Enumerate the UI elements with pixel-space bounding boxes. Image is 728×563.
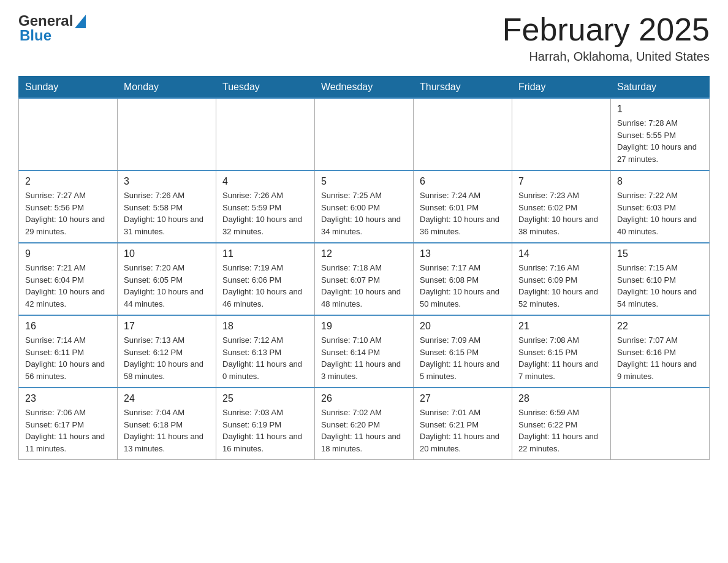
header-thursday: Thursday [414,77,512,99]
day-number: 4 [222,176,308,187]
day-info: Sunrise: 7:27 AMSunset: 5:56 PMDaylight:… [25,190,111,237]
table-row: 21Sunrise: 7:08 AMSunset: 6:15 PMDayligh… [512,315,611,388]
day-number: 9 [25,248,111,259]
day-info: Sunrise: 7:28 AMSunset: 5:55 PMDaylight:… [617,117,703,165]
day-info: Sunrise: 7:22 AMSunset: 6:03 PMDaylight:… [617,190,703,237]
table-row: 26Sunrise: 7:02 AMSunset: 6:20 PMDayligh… [315,388,414,460]
table-row [512,98,611,170]
day-info: Sunrise: 7:26 AMSunset: 5:58 PMDaylight:… [124,190,210,237]
day-number: 7 [518,176,604,187]
table-row: 27Sunrise: 7:01 AMSunset: 6:21 PMDayligh… [414,388,512,460]
logo-blue-text: Blue [20,27,51,44]
day-info: Sunrise: 7:09 AMSunset: 6:15 PMDaylight:… [420,334,506,382]
day-info: Sunrise: 7:23 AMSunset: 6:02 PMDaylight:… [518,190,604,237]
table-row [315,98,414,170]
location-text: Harrah, Oklahoma, United States [502,50,710,64]
day-info: Sunrise: 7:06 AMSunset: 6:17 PMDaylight:… [25,407,111,454]
table-row: 9Sunrise: 7:21 AMSunset: 6:04 PMDaylight… [19,243,118,315]
table-row: 7Sunrise: 7:23 AMSunset: 6:02 PMDaylight… [512,170,611,243]
header-monday: Monday [118,77,216,99]
day-number: 13 [420,248,506,259]
table-row: 2Sunrise: 7:27 AMSunset: 5:56 PMDaylight… [19,170,118,243]
calendar-week-row: 2Sunrise: 7:27 AMSunset: 5:56 PMDaylight… [19,170,710,243]
day-number: 14 [518,248,604,259]
day-number: 23 [25,393,111,404]
day-info: Sunrise: 7:03 AMSunset: 6:19 PMDaylight:… [222,407,308,454]
day-number: 15 [617,248,703,259]
calendar-week-row: 9Sunrise: 7:21 AMSunset: 6:04 PMDaylight… [19,243,710,315]
day-info: Sunrise: 7:24 AMSunset: 6:01 PMDaylight:… [420,190,506,237]
table-row: 4Sunrise: 7:26 AMSunset: 5:59 PMDaylight… [216,170,315,243]
day-number: 3 [124,176,210,187]
table-row: 6Sunrise: 7:24 AMSunset: 6:01 PMDaylight… [414,170,512,243]
calendar-week-row: 23Sunrise: 7:06 AMSunset: 6:17 PMDayligh… [19,388,710,460]
table-row: 1Sunrise: 7:28 AMSunset: 5:55 PMDaylight… [611,98,710,170]
table-row: 25Sunrise: 7:03 AMSunset: 6:19 PMDayligh… [216,388,315,460]
day-info: Sunrise: 7:16 AMSunset: 6:09 PMDaylight:… [518,262,604,310]
header-friday: Friday [512,77,611,99]
day-info: Sunrise: 7:08 AMSunset: 6:15 PMDaylight:… [518,334,604,382]
table-row [19,98,118,170]
table-row [611,388,710,460]
table-row: 23Sunrise: 7:06 AMSunset: 6:17 PMDayligh… [19,388,118,460]
table-row: 24Sunrise: 7:04 AMSunset: 6:18 PMDayligh… [118,388,216,460]
day-number: 8 [617,176,703,187]
day-number: 20 [420,321,506,332]
table-row: 19Sunrise: 7:10 AMSunset: 6:14 PMDayligh… [315,315,414,388]
day-info: Sunrise: 7:01 AMSunset: 6:21 PMDaylight:… [420,407,506,454]
day-number: 2 [25,176,111,187]
day-number: 26 [321,393,407,404]
table-row: 13Sunrise: 7:17 AMSunset: 6:08 PMDayligh… [414,243,512,315]
day-info: Sunrise: 7:10 AMSunset: 6:14 PMDaylight:… [321,334,407,382]
table-row: 18Sunrise: 7:12 AMSunset: 6:13 PMDayligh… [216,315,315,388]
table-row: 10Sunrise: 7:20 AMSunset: 6:05 PMDayligh… [118,243,216,315]
day-number: 24 [124,393,210,404]
day-number: 25 [222,393,308,404]
day-number: 22 [617,321,703,332]
calendar-week-row: 16Sunrise: 7:14 AMSunset: 6:11 PMDayligh… [19,315,710,388]
table-row: 20Sunrise: 7:09 AMSunset: 6:15 PMDayligh… [414,315,512,388]
day-number: 28 [518,393,604,404]
day-info: Sunrise: 7:04 AMSunset: 6:18 PMDaylight:… [124,407,210,454]
table-row: 5Sunrise: 7:25 AMSunset: 6:00 PMDaylight… [315,170,414,243]
calendar-header-row: Sunday Monday Tuesday Wednesday Thursday… [19,77,710,99]
calendar-week-row: 1Sunrise: 7:28 AMSunset: 5:55 PMDaylight… [19,98,710,170]
day-info: Sunrise: 7:18 AMSunset: 6:07 PMDaylight:… [321,262,407,310]
day-number: 10 [124,248,210,259]
table-row: 11Sunrise: 7:19 AMSunset: 6:06 PMDayligh… [216,243,315,315]
day-number: 5 [321,176,407,187]
table-row: 14Sunrise: 7:16 AMSunset: 6:09 PMDayligh… [512,243,611,315]
day-number: 6 [420,176,506,187]
day-info: Sunrise: 7:26 AMSunset: 5:59 PMDaylight:… [222,190,308,237]
logo: General Blue [18,12,86,44]
day-number: 18 [222,321,308,332]
month-title: February 2025 [502,12,710,47]
day-number: 21 [518,321,604,332]
day-number: 11 [222,248,308,259]
day-info: Sunrise: 7:12 AMSunset: 6:13 PMDaylight:… [222,334,308,382]
title-section: February 2025 Harrah, Oklahoma, United S… [502,12,710,64]
day-number: 27 [420,393,506,404]
day-number: 16 [25,321,111,332]
day-info: Sunrise: 7:14 AMSunset: 6:11 PMDaylight:… [25,334,111,382]
day-info: Sunrise: 7:21 AMSunset: 6:04 PMDaylight:… [25,262,111,310]
day-info: Sunrise: 7:17 AMSunset: 6:08 PMDaylight:… [420,262,506,310]
table-row: 22Sunrise: 7:07 AMSunset: 6:16 PMDayligh… [611,315,710,388]
header-sunday: Sunday [19,77,118,99]
page-header: General Blue February 2025 Harrah, Oklah… [18,12,710,64]
header-saturday: Saturday [611,77,710,99]
table-row: 15Sunrise: 7:15 AMSunset: 6:10 PMDayligh… [611,243,710,315]
day-number: 19 [321,321,407,332]
day-info: Sunrise: 7:20 AMSunset: 6:05 PMDaylight:… [124,262,210,310]
logo-triangle-icon [75,15,86,28]
day-info: Sunrise: 7:15 AMSunset: 6:10 PMDaylight:… [617,262,703,310]
table-row: 16Sunrise: 7:14 AMSunset: 6:11 PMDayligh… [19,315,118,388]
day-info: Sunrise: 7:25 AMSunset: 6:00 PMDaylight:… [321,190,407,237]
day-number: 1 [617,104,703,115]
table-row [414,98,512,170]
table-row: 12Sunrise: 7:18 AMSunset: 6:07 PMDayligh… [315,243,414,315]
day-number: 17 [124,321,210,332]
table-row: 8Sunrise: 7:22 AMSunset: 6:03 PMDaylight… [611,170,710,243]
day-info: Sunrise: 7:13 AMSunset: 6:12 PMDaylight:… [124,334,210,382]
calendar-table: Sunday Monday Tuesday Wednesday Thursday… [18,76,710,460]
